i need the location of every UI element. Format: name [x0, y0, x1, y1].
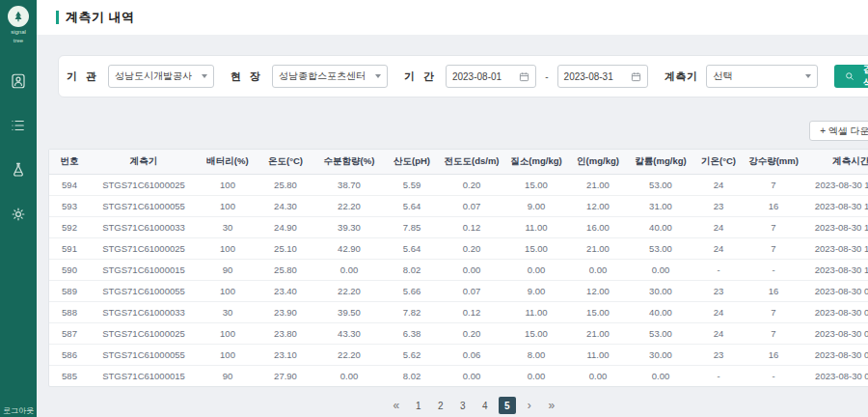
table-cell: 5.64: [385, 196, 439, 217]
table-cell: 24: [693, 238, 744, 260]
page-button-4[interactable]: 4: [476, 397, 494, 414]
table-cell: 53.00: [628, 323, 693, 345]
table-cell: 25.80: [258, 175, 313, 196]
column-header: 기온(°C): [693, 150, 744, 175]
table-cell: 0.00: [439, 366, 504, 387]
table-cell: 2023-08-30 11:10: [803, 175, 868, 196]
tree-logo-icon: [8, 6, 29, 27]
table-cell: 7: [744, 175, 803, 196]
table-cell: 21.00: [568, 323, 628, 345]
calendar-icon: [631, 71, 641, 82]
device-select[interactable]: 선택: [706, 65, 818, 88]
table-cell: STGS71C61000055: [90, 345, 198, 366]
table-toolbar: + 엑셀 다운로드: [48, 121, 868, 141]
table-cell: 23: [693, 196, 744, 217]
table-row: 588STGS71C610000333023.9039.507.820.1211…: [49, 302, 868, 323]
filter-bar: 기 관 성남도시개발공사 현 장 성남종합스포츠센터 기 간 2023-08-0…: [58, 55, 868, 97]
table-cell: 7: [744, 323, 803, 345]
table-cell: STGS71C61000055: [90, 281, 198, 302]
table-cell: 8.00: [504, 345, 568, 366]
table-cell: 5.66: [385, 281, 439, 302]
table-cell: 22.20: [313, 281, 385, 302]
site-label: 현 장: [231, 70, 263, 84]
org-select[interactable]: 성남도시개발공사: [108, 65, 214, 88]
table-cell: 7.85: [385, 217, 439, 238]
table-cell: STGS71C61000025: [90, 323, 198, 345]
page-button-2[interactable]: 2: [432, 397, 449, 414]
pagination-first-button[interactable]: «: [388, 397, 405, 414]
column-header: 번호: [49, 150, 90, 175]
page-button-5[interactable]: 5: [499, 397, 516, 414]
page-title: 계측기 내역: [66, 9, 135, 26]
column-header: 계측기: [90, 150, 198, 175]
table-cell: 8.02: [385, 366, 439, 387]
table-cell: 0.07: [439, 281, 504, 302]
table-cell: 12.00: [568, 281, 628, 302]
table-cell: 594: [49, 175, 90, 196]
table-cell: 5.64: [385, 238, 439, 260]
table-cell: 0.00: [628, 260, 693, 281]
table-cell: 587: [49, 323, 90, 345]
table-cell: 2023-08-30 10:10: [803, 260, 868, 281]
table-cell: 53.00: [628, 238, 693, 260]
table-cell: 100: [198, 196, 258, 217]
sidebar-item-settings[interactable]: [7, 203, 30, 226]
table-cell: 0.12: [439, 217, 504, 238]
table-cell: 24: [693, 323, 744, 345]
table-cell: 16: [744, 281, 803, 302]
table-cell: 7: [744, 302, 803, 323]
table-cell: 592: [49, 217, 90, 238]
table-cell: STGS71C61000015: [90, 366, 198, 387]
logout-link[interactable]: 로그아웃: [3, 405, 34, 416]
chevron-down-icon: [375, 74, 381, 78]
table-cell: 25.80: [258, 260, 313, 281]
title-accent-bar: [56, 11, 59, 24]
excel-download-button[interactable]: + 엑셀 다운로드: [809, 121, 868, 141]
table-cell: 6.38: [385, 323, 439, 345]
content-area: 기 관 성남도시개발공사 현 장 성남종합스포츠센터 기 간 2023-08-0…: [37, 35, 868, 417]
table-cell: 0.20: [439, 323, 504, 345]
column-header: 칼륨(mg/kg): [628, 150, 693, 175]
sidebar-item-sensors[interactable]: [7, 158, 30, 181]
sidebar-item-monitoring[interactable]: [7, 70, 30, 93]
table-cell: 30: [198, 302, 258, 323]
column-header: 인(mg/kg): [568, 150, 628, 175]
date-to-input[interactable]: 2023-08-31: [557, 65, 648, 88]
column-header: 계측시간: [803, 150, 868, 175]
table-cell: 2023-08-30 09:10: [803, 302, 868, 323]
date-from-input[interactable]: 2023-08-01: [446, 65, 536, 88]
table-cell: STGS71C61000055: [90, 196, 198, 217]
table-cell: 21.00: [568, 175, 628, 196]
column-header: 산도(pH): [385, 150, 439, 175]
table-row: 591STGS71C6100002510025.1042.905.640.201…: [49, 238, 868, 260]
table-cell: 30: [198, 217, 258, 238]
page-button-1[interactable]: 1: [410, 397, 427, 414]
table-cell: -: [744, 260, 803, 281]
table-cell: 24: [693, 302, 744, 323]
logo-text-line2: tree: [14, 38, 23, 44]
table-cell: STGS71C61000025: [90, 175, 198, 196]
page-button-3[interactable]: 3: [454, 397, 472, 414]
table-cell: 0.00: [568, 260, 628, 281]
site-select[interactable]: 성남종합스포츠센터: [272, 65, 388, 88]
table-cell: 11.00: [504, 217, 568, 238]
table-cell: 15.00: [568, 302, 628, 323]
app-screen: signal tree: [0, 0, 868, 417]
column-header: 수분함량(%): [313, 150, 385, 175]
table-cell: 0.07: [439, 196, 504, 217]
column-header: 강수량(mm): [744, 150, 803, 175]
table-cell: 90: [198, 366, 258, 387]
search-button[interactable]: 검색: [834, 65, 868, 88]
table-cell: 0.12: [439, 302, 504, 323]
pagination-last-button[interactable]: »: [543, 397, 560, 414]
table-cell: 25.10: [258, 238, 313, 260]
table-cell: 2023-08-30 08:20: [803, 345, 868, 366]
table-cell: STGS71C61000015: [90, 260, 198, 281]
sensor-flask-icon: [10, 161, 27, 179]
table-cell: 11.00: [568, 345, 628, 366]
table-cell: 100: [198, 323, 258, 345]
pagination-next-button[interactable]: ›: [521, 397, 538, 414]
table-cell: 100: [198, 175, 258, 196]
sidebar-item-reports[interactable]: [7, 114, 30, 137]
table-cell: -: [693, 260, 744, 281]
